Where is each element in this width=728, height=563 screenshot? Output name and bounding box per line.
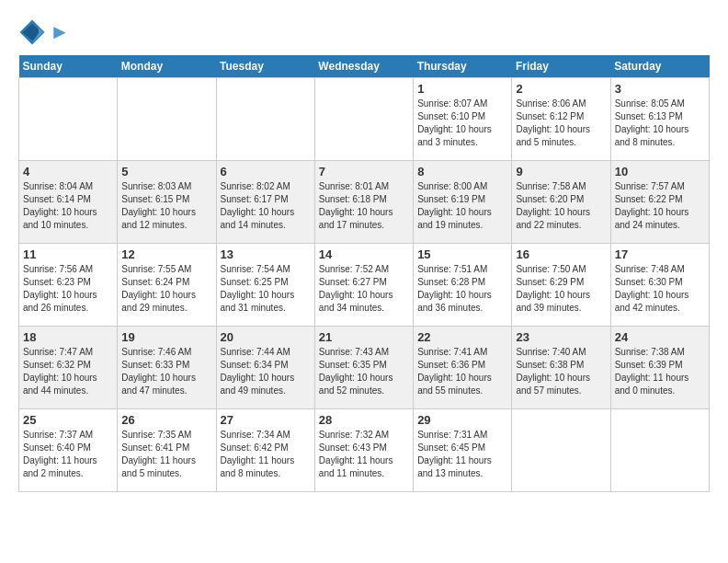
cell-content: Sunrise: 7:34 AM Sunset: 6:42 PM Dayligh… xyxy=(221,429,311,480)
calendar-cell xyxy=(512,409,610,492)
day-number: 12 xyxy=(121,247,211,261)
weekday-header-sunday: Sunday xyxy=(19,55,118,78)
cell-content: Sunrise: 8:03 AM Sunset: 6:15 PM Dayligh… xyxy=(121,180,211,232)
logo-icon xyxy=(18,18,46,46)
week-row-3: 11Sunrise: 7:56 AM Sunset: 6:23 PM Dayli… xyxy=(19,244,710,327)
calendar-cell: 23Sunrise: 7:40 AM Sunset: 6:38 PM Dayli… xyxy=(512,327,610,409)
cell-content: Sunrise: 7:58 AM Sunset: 6:20 PM Dayligh… xyxy=(516,180,606,232)
week-row-4: 18Sunrise: 7:47 AM Sunset: 6:32 PM Dayli… xyxy=(19,327,710,409)
calendar-cell: 20Sunrise: 7:44 AM Sunset: 6:34 PM Dayli… xyxy=(216,327,314,409)
cell-content: Sunrise: 7:41 AM Sunset: 6:36 PM Dayligh… xyxy=(417,346,507,397)
cell-content: Sunrise: 7:32 AM Sunset: 6:43 PM Dayligh… xyxy=(319,429,409,480)
svg-marker-1 xyxy=(23,24,42,40)
calendar-cell: 12Sunrise: 7:55 AM Sunset: 6:24 PM Dayli… xyxy=(118,244,216,327)
calendar-cell: 22Sunrise: 7:41 AM Sunset: 6:36 PM Dayli… xyxy=(414,327,512,409)
cell-content: Sunrise: 7:43 AM Sunset: 6:35 PM Dayligh… xyxy=(319,346,409,397)
calendar-cell: 24Sunrise: 7:38 AM Sunset: 6:39 PM Dayli… xyxy=(610,327,709,409)
day-number: 24 xyxy=(615,330,705,344)
logo: ► xyxy=(18,18,70,46)
cell-content: Sunrise: 7:47 AM Sunset: 6:32 PM Dayligh… xyxy=(23,346,113,397)
day-number: 29 xyxy=(417,413,507,427)
day-number: 21 xyxy=(319,330,409,344)
calendar-cell: 19Sunrise: 7:46 AM Sunset: 6:33 PM Dayli… xyxy=(118,327,216,409)
calendar-cell xyxy=(314,78,413,161)
calendar-cell: 5Sunrise: 8:03 AM Sunset: 6:15 PM Daylig… xyxy=(118,161,216,244)
cell-content: Sunrise: 7:37 AM Sunset: 6:40 PM Dayligh… xyxy=(23,429,113,480)
day-number: 6 xyxy=(221,165,311,178)
cell-content: Sunrise: 7:54 AM Sunset: 6:25 PM Dayligh… xyxy=(221,263,311,315)
day-number: 13 xyxy=(221,247,311,261)
day-number: 11 xyxy=(23,247,113,261)
day-number: 3 xyxy=(615,82,705,96)
calendar-cell xyxy=(19,78,118,161)
cell-content: Sunrise: 8:02 AM Sunset: 6:17 PM Dayligh… xyxy=(221,180,311,232)
cell-content: Sunrise: 8:00 AM Sunset: 6:19 PM Dayligh… xyxy=(417,180,507,232)
day-number: 23 xyxy=(516,330,606,344)
weekday-header-friday: Friday xyxy=(512,55,610,78)
cell-content: Sunrise: 7:55 AM Sunset: 6:24 PM Dayligh… xyxy=(121,263,211,315)
calendar-cell: 1Sunrise: 8:07 AM Sunset: 6:10 PM Daylig… xyxy=(414,78,512,161)
calendar-cell: 27Sunrise: 7:34 AM Sunset: 6:42 PM Dayli… xyxy=(216,409,314,492)
day-number: 9 xyxy=(516,165,606,178)
calendar-cell: 8Sunrise: 8:00 AM Sunset: 6:19 PM Daylig… xyxy=(414,161,512,244)
cell-content: Sunrise: 7:31 AM Sunset: 6:45 PM Dayligh… xyxy=(417,429,507,480)
day-number: 19 xyxy=(121,330,211,344)
weekday-header-saturday: Saturday xyxy=(610,55,709,78)
calendar-cell: 13Sunrise: 7:54 AM Sunset: 6:25 PM Dayli… xyxy=(216,244,314,327)
weekday-header-wednesday: Wednesday xyxy=(314,55,413,78)
calendar-cell: 10Sunrise: 7:57 AM Sunset: 6:22 PM Dayli… xyxy=(610,161,709,244)
day-number: 18 xyxy=(23,330,113,344)
cell-content: Sunrise: 7:51 AM Sunset: 6:28 PM Dayligh… xyxy=(417,263,507,315)
calendar-cell xyxy=(216,78,314,161)
cell-content: Sunrise: 7:52 AM Sunset: 6:27 PM Dayligh… xyxy=(319,263,409,315)
day-number: 5 xyxy=(121,165,211,178)
week-row-1: 1Sunrise: 8:07 AM Sunset: 6:10 PM Daylig… xyxy=(19,78,710,161)
calendar-cell: 29Sunrise: 7:31 AM Sunset: 6:45 PM Dayli… xyxy=(414,409,512,492)
cell-content: Sunrise: 8:01 AM Sunset: 6:18 PM Dayligh… xyxy=(319,180,409,232)
week-row-2: 4Sunrise: 8:04 AM Sunset: 6:14 PM Daylig… xyxy=(19,161,710,244)
calendar-cell: 3Sunrise: 8:05 AM Sunset: 6:13 PM Daylig… xyxy=(610,78,709,161)
calendar-table: SundayMondayTuesdayWednesdayThursdayFrid… xyxy=(18,55,710,492)
calendar-cell: 11Sunrise: 7:56 AM Sunset: 6:23 PM Dayli… xyxy=(19,244,118,327)
cell-content: Sunrise: 7:57 AM Sunset: 6:22 PM Dayligh… xyxy=(615,180,705,232)
calendar-cell: 6Sunrise: 8:02 AM Sunset: 6:17 PM Daylig… xyxy=(216,161,314,244)
cell-content: Sunrise: 7:35 AM Sunset: 6:41 PM Dayligh… xyxy=(121,429,211,480)
calendar-cell: 25Sunrise: 7:37 AM Sunset: 6:40 PM Dayli… xyxy=(19,409,118,492)
calendar-cell xyxy=(610,409,709,492)
cell-content: Sunrise: 7:44 AM Sunset: 6:34 PM Dayligh… xyxy=(221,346,311,397)
day-number: 20 xyxy=(221,330,311,344)
calendar-cell: 4Sunrise: 8:04 AM Sunset: 6:14 PM Daylig… xyxy=(19,161,118,244)
day-number: 25 xyxy=(23,413,113,427)
cell-content: Sunrise: 7:38 AM Sunset: 6:39 PM Dayligh… xyxy=(615,346,705,397)
cell-content: Sunrise: 7:40 AM Sunset: 6:38 PM Dayligh… xyxy=(516,346,606,397)
calendar-cell: 7Sunrise: 8:01 AM Sunset: 6:18 PM Daylig… xyxy=(314,161,413,244)
weekday-header-tuesday: Tuesday xyxy=(216,55,314,78)
day-number: 17 xyxy=(615,247,705,261)
cell-content: Sunrise: 8:06 AM Sunset: 6:12 PM Dayligh… xyxy=(516,98,606,149)
calendar-cell: 18Sunrise: 7:47 AM Sunset: 6:32 PM Dayli… xyxy=(19,327,118,409)
calendar-cell: 21Sunrise: 7:43 AM Sunset: 6:35 PM Dayli… xyxy=(314,327,413,409)
day-number: 22 xyxy=(417,330,507,344)
calendar-cell: 17Sunrise: 7:48 AM Sunset: 6:30 PM Dayli… xyxy=(610,244,709,327)
weekday-header-thursday: Thursday xyxy=(414,55,512,78)
calendar-cell: 9Sunrise: 7:58 AM Sunset: 6:20 PM Daylig… xyxy=(512,161,610,244)
day-number: 26 xyxy=(121,413,211,427)
calendar-cell: 15Sunrise: 7:51 AM Sunset: 6:28 PM Dayli… xyxy=(414,244,512,327)
day-number: 10 xyxy=(615,165,705,178)
day-number: 7 xyxy=(319,165,409,178)
logo-text: ► xyxy=(50,21,70,43)
cell-content: Sunrise: 7:50 AM Sunset: 6:29 PM Dayligh… xyxy=(516,263,606,315)
calendar-cell: 14Sunrise: 7:52 AM Sunset: 6:27 PM Dayli… xyxy=(314,244,413,327)
cell-content: Sunrise: 8:07 AM Sunset: 6:10 PM Dayligh… xyxy=(417,98,507,149)
day-number: 8 xyxy=(417,165,507,178)
day-number: 2 xyxy=(516,82,606,96)
weekday-header-monday: Monday xyxy=(118,55,216,78)
cell-content: Sunrise: 8:04 AM Sunset: 6:14 PM Dayligh… xyxy=(23,180,113,232)
cell-content: Sunrise: 7:56 AM Sunset: 6:23 PM Dayligh… xyxy=(23,263,113,315)
cell-content: Sunrise: 7:48 AM Sunset: 6:30 PM Dayligh… xyxy=(615,263,705,315)
day-number: 16 xyxy=(516,247,606,261)
page-header: ► xyxy=(18,18,710,46)
day-number: 27 xyxy=(221,413,311,427)
day-number: 4 xyxy=(23,165,113,178)
calendar-cell: 16Sunrise: 7:50 AM Sunset: 6:29 PM Dayli… xyxy=(512,244,610,327)
